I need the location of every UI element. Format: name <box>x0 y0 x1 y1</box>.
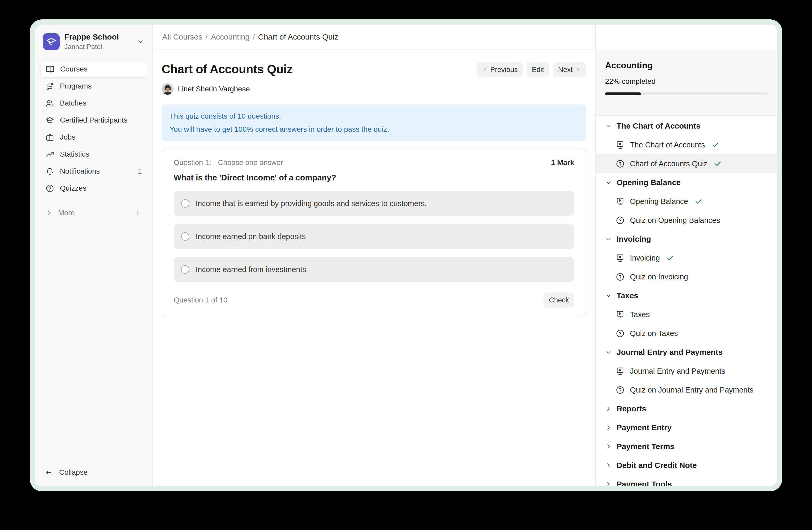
quiz-page: Chart of Accounts Quiz <box>153 50 595 486</box>
sidebar-item-more[interactable]: More <box>40 205 147 221</box>
course-outline: The Chart of AccountsThe Chart of Accoun… <box>596 116 777 486</box>
chevron-right-icon <box>45 209 52 216</box>
next-label: Next <box>558 66 572 74</box>
answer-option[interactable]: Income that is earned by providing goods… <box>174 191 574 216</box>
outline-item-taxes[interactable]: Taxes <box>596 305 777 324</box>
outline-item-label: Taxes <box>630 310 650 319</box>
outline-section-label: Journal Entry and Payments <box>617 348 723 357</box>
workspace-switcher[interactable]: Frappe School Jannat Patel <box>40 31 147 53</box>
options-list: Income that is earned by providing goods… <box>174 191 574 282</box>
outline-item-label: Invoicing <box>630 254 660 262</box>
breadcrumb-accounting[interactable]: Accounting <box>211 32 249 41</box>
outline-section-label: Taxes <box>617 291 638 300</box>
edit-label: Edit <box>532 66 544 74</box>
question-instruction: Choose one answer <box>218 158 283 167</box>
outline-section-opening-balance[interactable]: Opening Balance <box>596 173 777 192</box>
sidebar-item-jobs[interactable]: Jobs <box>40 129 147 145</box>
outline-item-the-chart-of-accounts[interactable]: The Chart of Accounts <box>596 135 777 154</box>
outline-section-label: Opening Balance <box>617 178 681 187</box>
lesson-video-icon <box>615 197 625 206</box>
outline-item-quiz-on-taxes[interactable]: Quiz on Taxes <box>596 324 777 343</box>
outline-section-payment-terms[interactable]: Payment Terms <box>596 437 777 456</box>
quiz-question-icon <box>615 329 625 338</box>
collapse-label: Collapse <box>59 468 88 477</box>
help-circle-icon <box>45 184 54 193</box>
chevron-right-icon <box>605 405 612 412</box>
collapse-left-icon <box>45 469 53 476</box>
outline-section-label: Debit and Credit Note <box>617 461 697 470</box>
outline-item-label: The Chart of Accounts <box>630 141 705 149</box>
outline-item-invoicing[interactable]: Invoicing <box>596 249 777 267</box>
radio-button[interactable] <box>181 265 189 274</box>
sidebar-item-label: Courses <box>60 65 87 73</box>
outline-item-quiz-on-journal-entry-and-payments[interactable]: Quiz on Journal Entry and Payments <box>596 380 777 399</box>
screenshot-frame: Frappe School Jannat Patel CoursesProgra… <box>30 19 782 491</box>
sidebar-item-courses[interactable]: Courses <box>40 61 147 78</box>
question-meta: Question 1: Choose one answer 1 Mark <box>174 158 574 167</box>
outline-section-payment-tools[interactable]: Payment Tools <box>596 475 777 486</box>
edit-button[interactable]: Edit <box>526 62 549 77</box>
sidebar-item-label: Certified Participants <box>60 116 127 124</box>
check-icon <box>714 160 722 168</box>
chevron-down-icon <box>605 179 612 186</box>
page-actions: Previous Edit Next <box>477 62 586 77</box>
previous-label: Previous <box>490 66 518 74</box>
check-icon <box>666 254 674 262</box>
sidebar-item-statistics[interactable]: Statistics <box>40 146 147 163</box>
outline-section-invoicing[interactable]: Invoicing <box>596 229 777 249</box>
outline-section-journal-entry-and-payments[interactable]: Journal Entry and Payments <box>596 343 777 362</box>
outline-section-taxes[interactable]: Taxes <box>596 286 777 305</box>
chevron-down-icon <box>136 38 144 45</box>
outline-section-label: Payment Terms <box>617 442 675 451</box>
sidebar-item-quizzes[interactable]: Quizzes <box>40 180 147 197</box>
collapse-button[interactable]: Collapse <box>40 466 147 479</box>
outline-section-payment-entry[interactable]: Payment Entry <box>596 418 777 437</box>
sidebar-item-batches[interactable]: Batches <box>40 95 147 112</box>
answer-option[interactable]: Income earned from investments <box>174 257 574 282</box>
info-line: You will have to get 100% correct answer… <box>170 123 578 136</box>
add-button[interactable] <box>134 209 142 217</box>
chevron-right-icon <box>605 481 612 486</box>
outline-section-the-chart-of-accounts[interactable]: The Chart of Accounts <box>596 116 777 135</box>
outline-section-reports[interactable]: Reports <box>596 399 777 418</box>
course-progress-text: 22% completed <box>605 77 768 86</box>
outline-item-journal-entry-and-payments[interactable]: Journal Entry and Payments <box>596 362 777 380</box>
answer-option[interactable]: Income earned on bank deposits <box>174 224 574 249</box>
check-button[interactable]: Check <box>543 293 574 308</box>
brand-text: Frappe School Jannat Patel <box>64 32 119 51</box>
breadcrumb-all-courses[interactable]: All Courses <box>162 32 202 41</box>
previous-button[interactable]: Previous <box>477 62 523 77</box>
outline-item-quiz-on-invoicing[interactable]: Quiz on Invoicing <box>596 267 777 286</box>
briefcase-icon <box>45 133 54 142</box>
outline-item-quiz-on-opening-balances[interactable]: Quiz on Opening Balances <box>596 211 777 229</box>
outline-item-opening-balance[interactable]: Opening Balance <box>596 192 777 211</box>
chevron-left-icon <box>482 67 488 72</box>
outline-section-label: Payment Entry <box>617 423 671 432</box>
author: Linet Sherin Varghese <box>162 83 293 95</box>
question-number: Question 1: <box>174 158 211 167</box>
quiz-card: Question 1: Choose one answer 1 Mark Wha… <box>162 148 586 317</box>
sidebar-item-programs[interactable]: Programs <box>40 78 147 95</box>
chevron-down-icon <box>605 236 612 242</box>
sidebar-item-label: Quizzes <box>60 184 86 193</box>
outline-section-label: Payment Tools <box>617 480 672 486</box>
chevron-right-icon <box>605 443 612 450</box>
radio-button[interactable] <box>181 232 189 241</box>
book-open-icon <box>46 65 54 73</box>
outline-item-label: Chart of Accounts Quiz <box>630 159 708 168</box>
main-column: All Courses / Accounting / Chart of Acco… <box>153 25 595 486</box>
outline-item-chart-of-accounts-quiz[interactable]: Chart of Accounts Quiz <box>596 154 777 173</box>
sidebar-item-certified-participants[interactable]: Certified Participants <box>40 112 147 128</box>
outline-item-label: Quiz on Journal Entry and Payments <box>630 386 753 394</box>
breadcrumb-separator: / <box>253 32 255 41</box>
chevron-right-icon <box>575 67 581 72</box>
next-button[interactable]: Next <box>553 62 586 77</box>
radio-button[interactable] <box>181 199 189 208</box>
outline-section-debit-and-credit-note[interactable]: Debit and Credit Note <box>596 456 777 475</box>
quiz-question-icon <box>615 386 625 395</box>
sidebar-item-label: Statistics <box>60 150 89 158</box>
sidebar-item-notifications[interactable]: Notifications1 <box>40 163 147 180</box>
option-label: Income earned from investments <box>196 265 306 274</box>
marks-label: 1 Mark <box>551 158 574 167</box>
quiz-footer: Question 1 of 10 Check <box>174 293 574 308</box>
